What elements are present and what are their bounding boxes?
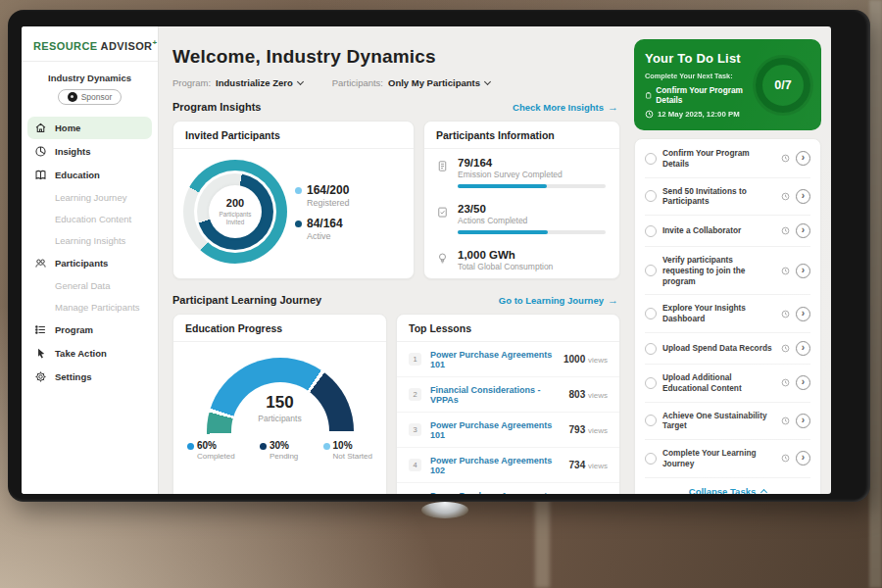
- go-to-learning-journey-link[interactable]: Go to Learning Journey →: [499, 295, 618, 306]
- task-row[interactable]: Upload Additional Educational Content ›: [645, 365, 810, 403]
- lesson-row: 5 Power Purchase Agreements 103 600 view…: [397, 483, 619, 494]
- gauge-center-label: Participants: [207, 414, 354, 423]
- sidebar-item-label: Learning Insights: [55, 235, 125, 246]
- task-checkbox[interactable]: [645, 265, 657, 276]
- task-chevron-button[interactable]: ›: [796, 375, 810, 390]
- sponsor-icon: [68, 92, 77, 102]
- legend-registered: 164/200 Registered: [295, 183, 408, 208]
- task-row[interactable]: Verify participants requesting to join t…: [645, 247, 810, 295]
- education-progress-gauge-chart: 150 Participants: [207, 358, 354, 434]
- chevron-up-icon: [760, 489, 767, 494]
- task-row[interactable]: Complete Your Learning Journey ›: [645, 440, 810, 478]
- task-chevron-button[interactable]: ›: [796, 223, 810, 238]
- photo-background: RESOURCEADVISOR+ Industry Dynamics Spons…: [0, 0, 882, 588]
- legend-dot: [187, 443, 194, 450]
- info-clock-icon: [781, 267, 790, 275]
- task-checkbox[interactable]: [645, 453, 657, 465]
- chevron-down-icon: [484, 77, 491, 84]
- sidebar-item-general-data[interactable]: General Data: [27, 275, 152, 296]
- lesson-link[interactable]: Power Purchase Agreements 102: [430, 456, 569, 475]
- sidebar-item-participants[interactable]: Participants: [27, 252, 152, 274]
- todo-progress-ring: 0/7: [756, 58, 810, 113]
- todo-due-date: 12 May 2025, 12:00 PM: [645, 110, 750, 119]
- sidebar-item-take-action[interactable]: Take Action: [27, 342, 152, 365]
- program-select-label: Program:: [172, 77, 211, 88]
- sidebar-item-label: Manage Participants: [55, 302, 140, 313]
- sidebar-item-home[interactable]: Home: [27, 117, 152, 139]
- task-row[interactable]: Achieve One Sustainability Target ›: [645, 403, 810, 441]
- sidebar-item-label: General Data: [55, 280, 111, 291]
- task-chevron-button[interactable]: ›: [796, 307, 810, 321]
- task-chevron-button[interactable]: ›: [796, 264, 810, 278]
- collapse-tasks-link[interactable]: Collapse Tasks: [645, 478, 810, 494]
- info-clock-icon: [781, 378, 790, 387]
- monitor-bezel: RESOURCEADVISOR+ Industry Dynamics Spons…: [8, 10, 870, 502]
- sidebar-item-program[interactable]: Program: [27, 318, 152, 341]
- stat-actions-completed: 23/50 Actions Completed: [424, 195, 619, 241]
- program-select[interactable]: Program: Industrialize Zero: [172, 77, 303, 88]
- arrow-right-icon: →: [608, 102, 618, 113]
- list-icon: [34, 323, 47, 336]
- education-progress-card: Education Progress 150 Participants: [172, 314, 387, 494]
- learning-journey-heading: Participant Learning Journey: [172, 294, 321, 306]
- info-clock-icon: [781, 416, 790, 425]
- task-checkbox[interactable]: [645, 225, 657, 237]
- sidebar-item-label: Take Action: [55, 348, 107, 359]
- monitor-stand-button: [421, 502, 468, 518]
- lesson-row: 3 Power Purchase Agreements 101 793 view…: [397, 413, 619, 448]
- sidebar-item-insights[interactable]: Insights: [27, 140, 152, 163]
- legend-pending: 30% Pending: [260, 440, 298, 461]
- check-more-insights-link[interactable]: Check More Insights →: [513, 102, 618, 113]
- app-logo: RESOURCEADVISOR+: [22, 36, 158, 62]
- task-chevron-button[interactable]: ›: [796, 451, 810, 466]
- dashboard-screen: RESOURCEADVISOR+ Industry Dynamics Spons…: [22, 26, 831, 494]
- task-checkbox[interactable]: [645, 153, 657, 165]
- arrow-right-icon: →: [608, 295, 618, 306]
- sidebar-item-label: Program: [55, 324, 93, 335]
- task-chevron-button[interactable]: ›: [796, 414, 810, 428]
- sidebar-item-manage-participants[interactable]: Manage Participants: [27, 297, 152, 318]
- donut-center-value: 200: [226, 197, 244, 209]
- legend-dot: [295, 187, 302, 194]
- task-chevron-button[interactable]: ›: [796, 189, 810, 204]
- donut-center-label: Participants Invited: [216, 211, 255, 226]
- sidebar-item-settings[interactable]: Settings: [27, 366, 152, 388]
- legend-completed: 60% Completed: [187, 440, 235, 461]
- todo-tasks-card: Confirm Your Program Details › Send 50 I…: [634, 138, 821, 494]
- task-checkbox[interactable]: [645, 308, 657, 319]
- lesson-link[interactable]: Financial Considerations - VPPAs: [430, 385, 569, 405]
- task-row[interactable]: Invite a Collaborator ›: [645, 216, 810, 247]
- sidebar-item-label: Insights: [55, 146, 90, 157]
- logo-word-resource: RESOURCE: [33, 40, 98, 52]
- lesson-link[interactable]: Power Purchase Agreements 101: [430, 420, 569, 440]
- task-row[interactable]: Explore Your Insights Dashboard ›: [645, 295, 810, 333]
- sidebar-item-label: Education: [55, 170, 100, 180]
- actions-progress-bar: [458, 230, 606, 234]
- task-checkbox[interactable]: [645, 190, 657, 202]
- sidebar-item-learning-journey[interactable]: Learning Journey: [27, 187, 152, 208]
- book-icon: [34, 169, 47, 181]
- task-checkbox[interactable]: [645, 343, 657, 355]
- participants-select[interactable]: Participants: Only My Participants: [332, 77, 490, 88]
- task-checkbox[interactable]: [645, 415, 657, 426]
- task-checkbox[interactable]: [645, 377, 657, 389]
- task-row[interactable]: Send 50 Invitations to Participants ›: [645, 178, 810, 217]
- legend-not-started: 10% Not Started: [323, 440, 372, 461]
- home-icon: [34, 122, 47, 134]
- task-row[interactable]: Upload Spend Data Records ›: [645, 333, 810, 365]
- sidebar-item-education[interactable]: Education: [27, 164, 152, 186]
- survey-document-icon: [436, 160, 449, 172]
- sidebar-item-education-content[interactable]: Education Content: [27, 209, 152, 229]
- lesson-rank: 3: [409, 423, 421, 436]
- task-chevron-button[interactable]: ›: [796, 151, 810, 166]
- task-row[interactable]: Confirm Your Program Details ›: [645, 140, 810, 178]
- lesson-rank: 2: [409, 388, 421, 401]
- sidebar-item-learning-insights[interactable]: Learning Insights: [27, 230, 152, 251]
- invited-participants-donut-chart: 200 Participants Invited: [183, 160, 287, 264]
- logo-word-advisor: ADVISOR: [101, 40, 153, 52]
- lesson-link[interactable]: Power Purchase Agreements 101: [430, 350, 564, 369]
- info-clock-icon: [781, 226, 790, 235]
- lesson-link[interactable]: Power Purchase Agreements 103: [430, 491, 569, 495]
- task-chevron-button[interactable]: ›: [796, 341, 810, 356]
- sidebar-item-label: Participants: [55, 258, 108, 269]
